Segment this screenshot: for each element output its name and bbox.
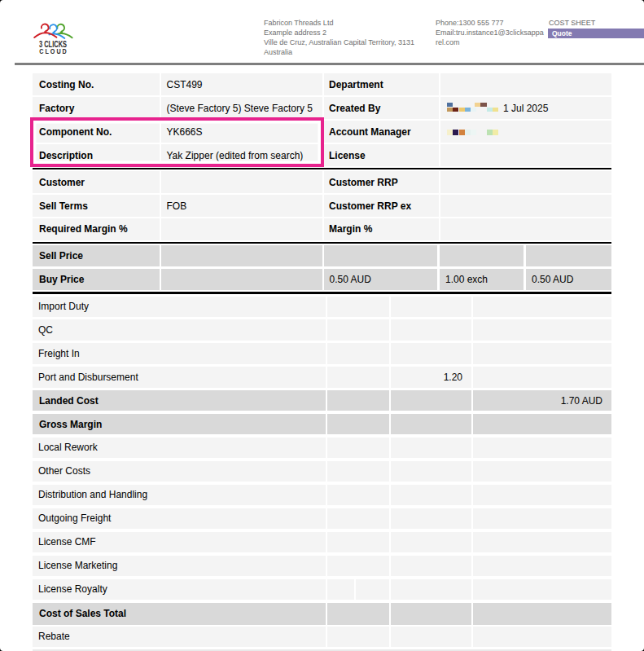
svg-text:C L O U D: C L O U D xyxy=(39,48,67,55)
svg-text:3 CLICKS: 3 CLICKS xyxy=(39,39,67,49)
